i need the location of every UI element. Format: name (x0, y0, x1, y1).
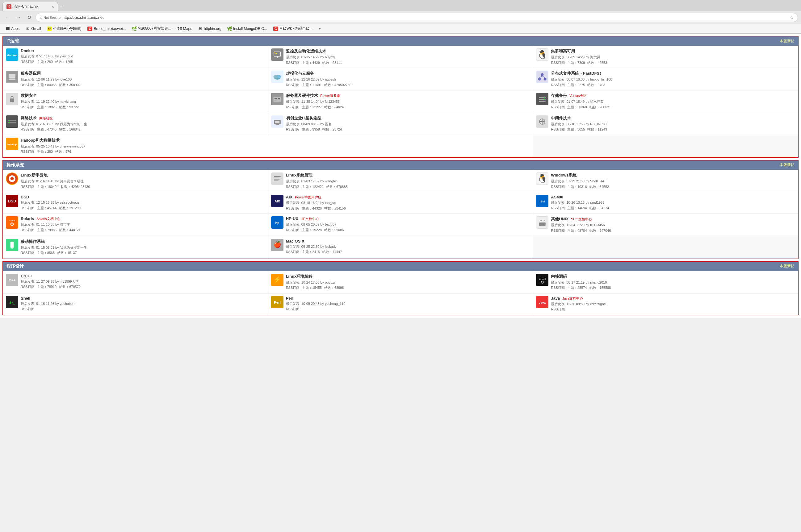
bookmark-bruce[interactable]: C Bruce_Liuxiaowei... (85, 26, 128, 32)
forum-info-storage: 存储备份 Veritas专区 最后发表: 01-07 18:49 by 衍水狂客… (551, 93, 795, 110)
forum-name-hadoop: Hadoop和大数据技术 (21, 138, 529, 143)
bookmark-ai[interactable]: 🐝 小蜜蜂AI(Python) (45, 25, 84, 32)
forum-icon-monitor (271, 49, 283, 61)
forum-meta-bsd: 最后发表: 12-15 16:35 by zeissoctopus RSS订阅主… (21, 200, 265, 211)
section-new-post-os[interactable]: 本版新帖 (780, 162, 795, 168)
forum-icon-aix: AIX (271, 195, 283, 207)
forum-info-kernel: 内核源码 最后发表: 08-17 21:19 by shang2010 RSS订… (551, 274, 795, 291)
forum-network: 网络技术 网络社区 最后发表: 01-16 08:09 by 我愿为你衔匐一生 … (3, 113, 268, 135)
forum-name-mobile: 移动操作系统 (21, 239, 265, 244)
svg-rect-40 (275, 121, 279, 123)
forum-info-java: Java Java文档中心 最后发表: 12-26 09:59 by cdfar… (551, 296, 795, 312)
forum-icon-storage (536, 93, 548, 105)
forum-icon-perl: Perl (271, 296, 283, 308)
svg-text:$>_: $>_ (9, 301, 15, 305)
bookmark-apps[interactable]: ⬛ Apps (3, 26, 22, 32)
forum-icon-cluster: 🐧 (536, 49, 548, 61)
bookmark-maps[interactable]: 🗺 Maps (175, 26, 194, 32)
back-button[interactable]: ← (3, 14, 12, 21)
forward-button[interactable]: → (14, 14, 23, 21)
svg-text:docker: docker (7, 53, 17, 57)
forum-name-macos: Mac OS X (286, 239, 530, 244)
svg-point-17 (538, 78, 541, 80)
forums-grid-it-ops: docker Docker 最后发表: 07-17 14:06 by ykucl… (3, 46, 798, 157)
forum-security: 数据安全 最后发表: 11-19 22:40 by huiyishang RSS… (3, 90, 268, 113)
forum-info-aix: AIX Power中国用户组 最后发表: 08-10 16:24 by tang… (286, 195, 530, 211)
forum-icon-solaris: solaris (6, 216, 18, 229)
bookmark-ai-label: 小蜜蜂AI(Python) (53, 26, 81, 31)
forum-meta-docker: 最后发表: 07-17 14:06 by ykucloud RSS订阅主题：28… (21, 54, 265, 64)
svg-rect-10 (8, 79, 15, 80)
forum-info-bsd: BSD 最后发表: 12-15 16:35 by zeissoctopus RS… (21, 195, 265, 211)
forum-meta-cluster: 最后发表: 06-09 14:29 by 海棠晃 RSS订阅主题：7309帖数：… (551, 55, 795, 65)
address-bar: ← → ↻ ⚠ Not Secure http://bbs.chinaunix.… (0, 11, 801, 24)
svg-point-83 (542, 281, 543, 283)
forum-info-security: 数据安全 最后发表: 11-19 22:40 by huiyishang RSS… (21, 93, 265, 110)
forum-info-solaris: Solaris Solaris文档中心 最后发表: 01-11 10:38 by… (21, 216, 265, 233)
httpbin-icon: 🖥 (198, 26, 203, 31)
gmail-icon: ✉ (26, 26, 30, 31)
section-new-post-it-ops[interactable]: 本版新帖 (780, 39, 795, 44)
forum-name-docker: Docker (21, 49, 265, 53)
svg-rect-54 (274, 179, 279, 180)
svg-text:kernel: kernel (539, 278, 546, 281)
forum-name-security: 数据安全 (21, 93, 265, 98)
svg-point-16 (541, 73, 544, 76)
forum-icon-other-unix: SCO (536, 216, 548, 229)
forum-name-java: Java Java文档中心 (551, 296, 795, 301)
bookmark-gmail-label: Gmail (31, 26, 41, 31)
forum-monitor: 监控及自动化运维技术 最后发表: 01-15 14:22 by ouyixq R… (268, 46, 533, 68)
svg-rect-51 (272, 173, 283, 184)
svg-rect-30 (539, 101, 546, 102)
forum-name-windows: Windows系统 (551, 172, 795, 178)
svg-rect-72 (11, 242, 14, 248)
forum-bsd: BSD BSD 最后发表: 12-15 16:35 by zeissoctopu… (3, 192, 268, 214)
forum-info-cluster: 集群和高可用 最后发表: 06-09 14:29 by 海棠晃 RSS订阅主题：… (551, 49, 795, 65)
bruce-icon: C (87, 26, 92, 31)
forum-info-linux-newbie: Linux新手园地 最后发表: 01-16 14:45 by 河南宽信李经理 R… (21, 172, 265, 189)
tab-close-button[interactable]: × (52, 4, 54, 9)
bookmark-httpbin[interactable]: 🖥 httpbin.org (196, 26, 224, 32)
svg-point-32 (544, 99, 545, 100)
bookmark-gmail[interactable]: ✉ Gmail (23, 26, 43, 32)
forum-java: Java Java Java文档中心 最后发表: 12-26 09:59 by … (533, 293, 798, 315)
section-title-it-ops: IT运维 (6, 38, 19, 44)
forum-icon-hardware (271, 93, 283, 105)
forum-as400: IBM AS400 最后发表: 10-26 10:13 by rand1985 … (533, 192, 798, 214)
apps-icon: ⬛ (5, 26, 10, 31)
url-bar[interactable]: ⚠ Not Secure http://bbs.chinaunix.net ☆ (36, 13, 798, 22)
svg-point-31 (544, 97, 545, 98)
forum-hpux: hp HP-UX HP文档中心 最后发表: 08-05 20:39 by bad… (268, 214, 533, 236)
forum-distributed: 分布式文件系统（FastDFS） 最后发表: 08-07 10:33 by ha… (533, 68, 798, 90)
bookmark-more[interactable]: » (316, 26, 323, 32)
forum-empty-2 (533, 236, 798, 259)
reload-button[interactable]: ↻ (25, 14, 33, 21)
forum-info-docker: Docker 最后发表: 07-17 14:06 by ykucloud RSS… (21, 49, 265, 64)
mongodb-icon: 🌿 (228, 26, 232, 31)
forum-icon-cpp: C++ (6, 274, 18, 286)
forum-info-macos: Mac OS X 最后发表: 06-25 22:50 by leskady RS… (286, 239, 530, 255)
forum-info-cloud: 虚拟化与云服务 最后发表: 12-20 22:09 by aqbssh RSS订… (286, 71, 530, 88)
svg-rect-5 (274, 53, 275, 53)
svg-text:C++: C++ (8, 278, 15, 282)
forum-name-distributed: 分布式文件系统（FastDFS） (551, 71, 795, 76)
bookmark-star-icon[interactable]: ☆ (789, 15, 794, 20)
new-tab-button[interactable]: + (58, 3, 66, 11)
svg-text:⚡: ⚡ (273, 276, 281, 283)
forum-meta-linux-prog: 最后发表: 10-24 17:05 by ouyixq RSS订阅主题：1545… (286, 280, 530, 291)
forum-name-startup: 初创企业IT架构选型 (286, 115, 530, 121)
forum-info-network: 网络技术 网络社区 最后发表: 01-16 08:09 by 我愿为你衔匐一生 … (21, 115, 265, 132)
forum-name-hardware: 服务器及硬件技术 Power服务器 (286, 93, 530, 98)
forum-server-app: 服务器应用 最后发表: 12-06 11:29 by love100 RSS订阅… (3, 68, 268, 90)
active-tab[interactable]: 论 论坛-Chinaunix × (2, 2, 58, 11)
bookmark-macwk[interactable]: C MacWk - 精品mac... (271, 25, 315, 32)
forum-name-shell: Shell (21, 296, 265, 301)
bookmark-ms[interactable]: 🌿 MS08067网安知识... (129, 25, 173, 32)
bookmark-mongodb[interactable]: 🌿 Install MongoDB C... (225, 26, 269, 32)
bookmark-httpbin-label: httpbin.org (204, 26, 221, 31)
section-new-post-programming[interactable]: 本版新帖 (780, 264, 795, 269)
forum-name-cpp: C/C++ (21, 274, 265, 278)
forum-meta-linux-mgmt: 最后发表: 01-03 17:52 by wangbin RSS订阅主题：122… (286, 179, 530, 189)
forum-info-distributed: 分布式文件系统（FastDFS） 最后发表: 08-07 10:33 by ha… (551, 71, 795, 88)
tab-bar: 论 论坛-Chinaunix × + (0, 0, 801, 11)
